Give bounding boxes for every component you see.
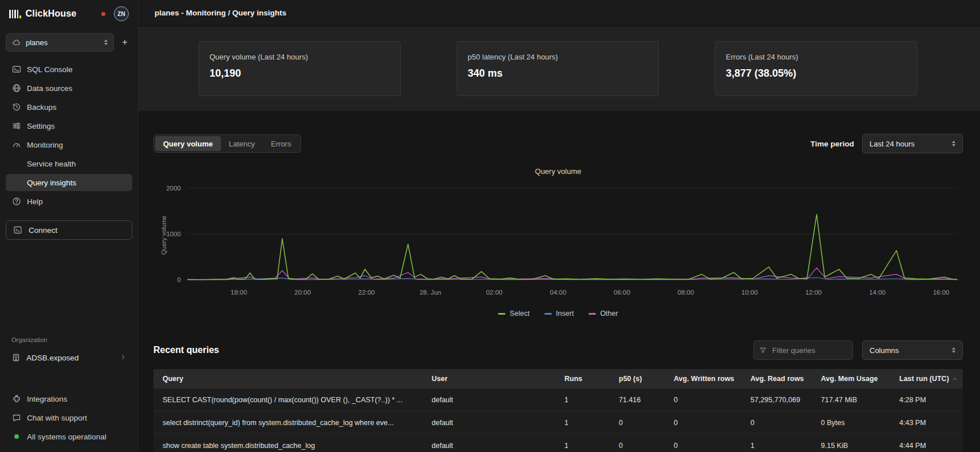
query-volume-chart: 01000200018:0020:0022:0028. Jun02:0004:0… xyxy=(153,179,963,305)
cell-mem-usage: 9.15 KiB xyxy=(812,442,890,450)
service-name: planes xyxy=(26,38,48,47)
y-axis-label: Query volume xyxy=(160,216,167,255)
chevron-updown-icon xyxy=(952,141,955,146)
tab-query-volume[interactable]: Query volume xyxy=(155,136,221,151)
organization-label: Organization xyxy=(6,336,132,343)
notification-dot xyxy=(101,12,105,16)
legend-item-insert[interactable]: Insert xyxy=(544,310,574,318)
clickhouse-logo-icon xyxy=(9,10,21,18)
help-icon xyxy=(11,197,21,206)
history-icon xyxy=(11,102,21,112)
sidebar-item-label: Settings xyxy=(27,122,55,130)
building-icon xyxy=(11,353,21,362)
sidebar-item-backups[interactable]: Backups xyxy=(6,98,132,116)
sidebar-item-query-insights[interactable]: Query insights xyxy=(6,174,132,191)
connect-button[interactable]: Connect xyxy=(6,220,132,240)
chevron-updown-icon xyxy=(952,347,955,353)
x-tick-label: 02:00 xyxy=(486,289,503,296)
sidebar-item-service-health[interactable]: Service health xyxy=(6,155,132,172)
legend-item-select[interactable]: Select xyxy=(498,310,529,318)
sidebar-item-label: Monitoring xyxy=(27,141,63,149)
legend-label: Other xyxy=(600,310,618,318)
legend-marker-other xyxy=(588,313,596,315)
cell-query: show create table system.distributed_cac… xyxy=(153,442,422,450)
x-tick-label: 16:00 xyxy=(933,289,950,296)
x-tick-label: 04:00 xyxy=(550,289,567,296)
sidebar-item-help[interactable]: Help xyxy=(6,193,132,210)
sidebar-item-chat-support[interactable]: Chat with support xyxy=(6,409,132,426)
cell-mem-usage: 0 Bytes xyxy=(812,419,890,427)
tab-latency[interactable]: Latency xyxy=(221,136,263,151)
sidebar-item-label: SQL Console xyxy=(27,65,73,74)
legend-item-other[interactable]: Other xyxy=(588,310,618,318)
stat-value: 10,190 xyxy=(210,68,390,80)
stats-band: Query volume (Last 24 hours) 10,190 p50 … xyxy=(139,26,980,111)
cell-mem-usage: 717.47 MiB xyxy=(812,396,890,404)
cell-user: default xyxy=(422,442,555,450)
x-tick-label: 08:00 xyxy=(678,289,694,296)
column-header-user[interactable]: User xyxy=(422,375,555,383)
series-line-other xyxy=(188,268,957,279)
sidebar-item-monitoring[interactable]: Monitoring xyxy=(6,136,132,153)
sidebar-item-data-sources[interactable]: Data sources xyxy=(6,80,132,97)
time-period-value: Last 24 hours xyxy=(870,140,915,148)
chart-tabs: Query volume Latency Errors xyxy=(153,134,301,153)
filter-icon xyxy=(760,346,766,354)
console-icon xyxy=(11,65,21,74)
cell-query: SELECT CAST(round(pow(count() / max(coun… xyxy=(153,396,422,404)
column-header-read-rows[interactable]: Avg. Read rows xyxy=(741,375,812,383)
column-header-mem-usage[interactable]: Avg. Mem Usage xyxy=(812,375,890,383)
sidebar-item-system-status[interactable]: All systems operational xyxy=(6,428,132,445)
time-period-select[interactable]: Last 24 hours xyxy=(862,134,963,153)
stat-value: 3,877 (38.05%) xyxy=(726,68,906,80)
stat-card-errors: Errors (Last 24 hours) 3,877 (38.05%) xyxy=(715,41,917,96)
sidebar-item-integrations[interactable]: Integrations xyxy=(6,390,132,407)
status-ok-icon xyxy=(11,434,21,439)
user-avatar[interactable]: ZN xyxy=(114,6,129,21)
stat-title: p50 latency (Last 24 hours) xyxy=(468,53,648,61)
filter-queries-input[interactable] xyxy=(771,346,847,355)
column-header-written-rows[interactable]: Avg. Written rows xyxy=(665,375,741,383)
service-selector[interactable]: planes xyxy=(6,33,114,51)
chevron-updown-icon xyxy=(104,39,108,45)
column-header-last-run[interactable]: Last run (UTC) xyxy=(890,375,963,383)
cell-runs: 1 xyxy=(555,396,610,404)
chart-area: Query volume 01000200018:0020:0022:0028.… xyxy=(153,179,963,305)
organization-item[interactable]: ADSB.exposed xyxy=(6,349,132,366)
footer-item-label: Chat with support xyxy=(27,414,87,422)
x-tick-label: 20:00 xyxy=(294,289,311,296)
cell-written-rows: 0 xyxy=(665,419,741,427)
brand-row: ClickHouse ZN xyxy=(6,0,132,27)
controls-row: Query volume Latency Errors Time period … xyxy=(153,134,963,153)
legend-marker-insert xyxy=(544,313,552,315)
cell-runs: 1 xyxy=(555,442,610,450)
service-row: planes + xyxy=(6,33,132,51)
tab-errors[interactable]: Errors xyxy=(263,136,299,151)
columns-select[interactable]: Columns xyxy=(862,340,963,360)
cell-p50: 71.416 xyxy=(610,396,665,404)
cell-last-run: 4:43 PM xyxy=(890,419,963,427)
brand-name: ClickHouse xyxy=(26,9,77,19)
column-header-runs[interactable]: Runs xyxy=(555,375,610,383)
sidebar-spacer xyxy=(6,240,132,336)
column-header-query[interactable]: Query xyxy=(153,375,422,383)
add-service-button[interactable]: + xyxy=(117,35,132,50)
cell-last-run: 4:28 PM xyxy=(890,396,963,404)
sidebar-item-label: Query insights xyxy=(27,179,76,187)
table-row[interactable]: SELECT CAST(round(pow(count() / max(coun… xyxy=(153,388,963,411)
sidebar-item-sql-console[interactable]: SQL Console xyxy=(6,61,132,78)
cell-p50: 0 xyxy=(610,419,665,427)
time-period-label: Time period xyxy=(811,140,854,148)
cell-written-rows: 0 xyxy=(665,442,741,450)
cell-runs: 1 xyxy=(555,419,610,427)
content: Query volume Latency Errors Time period … xyxy=(139,111,980,452)
stat-card-p50-latency: p50 latency (Last 24 hours) 340 ms xyxy=(457,41,659,96)
table-row[interactable]: show create table system.distributed_cac… xyxy=(153,434,963,452)
cell-p50: 0 xyxy=(610,442,665,450)
column-header-p50[interactable]: p50 (s) xyxy=(610,375,665,383)
y-tick-label: 1000 xyxy=(166,231,181,237)
recent-queries-header: Recent queries Columns xyxy=(153,340,963,360)
sidebar: ClickHouse ZN planes + SQL Console Data … xyxy=(0,0,139,452)
table-row[interactable]: select distrinct(query_id) from system.d… xyxy=(153,411,963,434)
sidebar-item-settings[interactable]: Settings xyxy=(6,117,132,134)
